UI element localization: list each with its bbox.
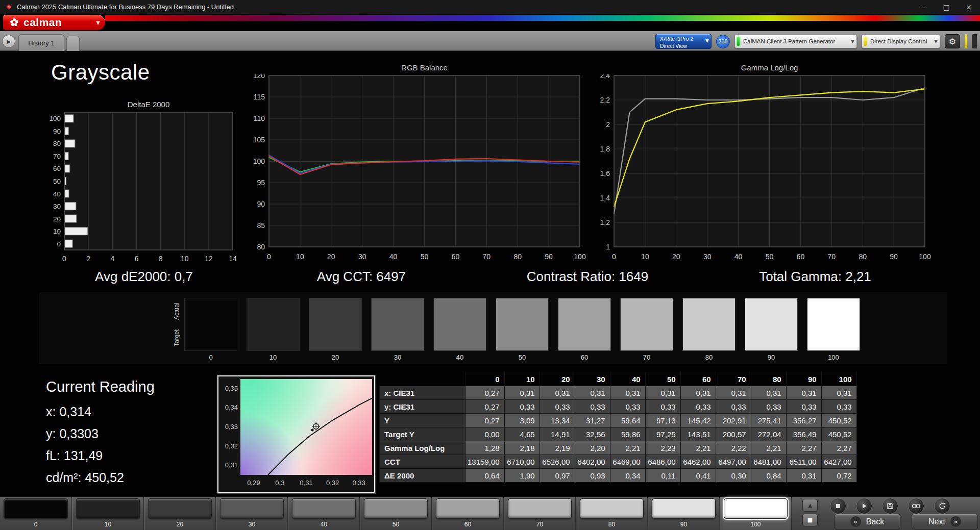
pattern-level-60[interactable]: 60 bbox=[432, 497, 504, 530]
table-cell: 31,27 bbox=[575, 414, 610, 427]
pattern-patch-100[interactable] bbox=[724, 498, 788, 519]
table-row: Gamma Log/Log1,282,182,192,202,212,232,2… bbox=[380, 441, 857, 455]
green-accent-bar bbox=[737, 37, 740, 46]
pattern-patch-30[interactable] bbox=[220, 498, 284, 519]
logo-bar: calman ▼ bbox=[0, 14, 980, 31]
table-cell: 2,22 bbox=[716, 441, 751, 455]
table-cell: 143,51 bbox=[680, 427, 716, 441]
table-cell: 59,86 bbox=[610, 427, 645, 441]
pattern-patch-10[interactable] bbox=[76, 498, 140, 519]
pattern-patch-0[interactable] bbox=[4, 498, 68, 519]
svg-text:2: 2 bbox=[86, 255, 90, 263]
table-cell: 0,41 bbox=[680, 469, 716, 483]
table-cell: 356,27 bbox=[786, 414, 821, 427]
pattern-patch-40[interactable] bbox=[292, 498, 356, 519]
play-button[interactable] bbox=[856, 498, 872, 514]
cie-y-tick-label: 0,33 bbox=[223, 423, 238, 431]
pattern-window-button[interactable]: ■ bbox=[802, 514, 818, 526]
table-cell: 0,31 bbox=[680, 386, 716, 400]
pattern-patch-20[interactable] bbox=[148, 498, 212, 519]
swatch-patch bbox=[184, 298, 237, 351]
back-button[interactable]: « Back bbox=[834, 514, 900, 529]
meter-count-badge[interactable]: 238 bbox=[716, 35, 730, 48]
yellow-accent-bar bbox=[864, 37, 867, 46]
calman-flower-icon bbox=[9, 17, 19, 28]
minimize-button[interactable]: – bbox=[913, 0, 935, 14]
table-cell: 0,27 bbox=[465, 414, 505, 427]
pattern-level-50[interactable]: 50 bbox=[360, 497, 432, 530]
target-axis-label: Target bbox=[173, 324, 183, 351]
table-col-header-0: 0 bbox=[465, 372, 505, 386]
svg-text:70: 70 bbox=[828, 253, 836, 261]
table-cell: 2,21 bbox=[751, 441, 786, 455]
pattern-patch-60[interactable] bbox=[436, 498, 500, 519]
stop-button[interactable] bbox=[830, 498, 846, 514]
save-button[interactable] bbox=[882, 498, 898, 514]
pattern-level-0[interactable]: 0 bbox=[0, 497, 72, 530]
pattern-level-90[interactable]: 90 bbox=[648, 497, 720, 530]
cie-plot bbox=[240, 379, 372, 475]
display-control-dropdown[interactable]: Direct Display Control ▼ bbox=[862, 34, 940, 48]
pattern-level-row: 0 10 20 30 40 50 60 bbox=[0, 497, 792, 530]
table-cell: 1,90 bbox=[504, 469, 540, 483]
table-row-label: Gamma Log/Log bbox=[380, 441, 465, 455]
pattern-patch-70[interactable] bbox=[508, 498, 572, 519]
new-tab-button[interactable] bbox=[66, 36, 80, 51]
pattern-level-30[interactable]: 30 bbox=[216, 497, 288, 530]
pattern-level-100[interactable]: 100 bbox=[720, 497, 792, 530]
refresh-button[interactable] bbox=[934, 498, 950, 514]
svg-text:100: 100 bbox=[574, 253, 586, 261]
maximize-button[interactable]: □ bbox=[935, 0, 958, 14]
svg-text:10: 10 bbox=[641, 253, 649, 261]
pattern-level-20[interactable]: 20 bbox=[144, 497, 216, 530]
table-cell: 6402,00 bbox=[575, 455, 610, 469]
back-chevron-icon: « bbox=[850, 516, 861, 527]
history-expander-button[interactable]: ▶ bbox=[2, 35, 15, 48]
pattern-level-10[interactable]: 10 bbox=[72, 497, 144, 530]
pattern-level-70[interactable]: 70 bbox=[504, 497, 576, 530]
continuous-measure-button[interactable] bbox=[908, 498, 924, 514]
pattern-level-label: 60 bbox=[432, 521, 503, 528]
pattern-level-80[interactable]: 80 bbox=[576, 497, 648, 530]
table-corner bbox=[380, 372, 465, 386]
chevron-down-icon: ▼ bbox=[934, 39, 938, 44]
pattern-level-label: 100 bbox=[720, 521, 791, 528]
tray-up-button[interactable]: ▲ bbox=[802, 499, 818, 512]
table-col-header-100: 100 bbox=[821, 372, 856, 386]
table-col-header-30: 30 bbox=[575, 372, 610, 386]
pattern-patch-50[interactable] bbox=[364, 498, 428, 519]
deltae-chart-plot: 024681012141009080706050403020100 bbox=[47, 111, 237, 266]
meter-select-dropdown[interactable]: X-Rite i1Pro 2 Direct View ▼ bbox=[655, 34, 712, 49]
svg-text:0: 0 bbox=[62, 255, 66, 263]
table-row: CCT13159,006710,006526,006402,006469,006… bbox=[380, 455, 857, 469]
settings-gear-button[interactable]: ⚙ bbox=[945, 34, 960, 48]
play-icon bbox=[861, 502, 868, 510]
close-button[interactable]: × bbox=[958, 0, 980, 14]
pattern-level-label: 50 bbox=[360, 521, 431, 528]
rgb-balance-chart-title: RGB Balance bbox=[269, 63, 580, 74]
table-row: x: CIE310,270,310,310,310,310,310,310,31… bbox=[380, 386, 857, 400]
swatch-level-label: 50 bbox=[496, 354, 549, 361]
pattern-generator-dropdown[interactable]: CalMAN Client 3 Pattern Generator ▼ bbox=[734, 34, 857, 48]
pattern-level-40[interactable]: 40 bbox=[288, 497, 360, 530]
rainbow-strip bbox=[105, 15, 980, 21]
table-cell: 6486,00 bbox=[645, 455, 680, 469]
title-bar: Calman 2025 Calman Ultimate for Business… bbox=[0, 0, 980, 14]
calman-menu-button[interactable]: calman ▼ bbox=[3, 15, 105, 30]
table-cell: 0,31 bbox=[751, 386, 786, 400]
table-cell: 0,31 bbox=[610, 386, 645, 400]
svg-text:20: 20 bbox=[53, 215, 61, 223]
svg-text:0: 0 bbox=[267, 253, 271, 261]
next-button[interactable]: Next » bbox=[912, 514, 978, 529]
stop-icon bbox=[835, 502, 842, 510]
pattern-patch-90[interactable] bbox=[652, 498, 716, 519]
pattern-patch-80[interactable] bbox=[580, 498, 644, 519]
save-icon bbox=[886, 502, 894, 510]
swatch-patch bbox=[247, 298, 300, 351]
svg-text:10: 10 bbox=[181, 255, 189, 263]
table-col-header-90: 90 bbox=[786, 372, 821, 386]
table-row-label: CCT bbox=[380, 455, 465, 469]
svg-text:80: 80 bbox=[513, 253, 522, 261]
table-col-header-60: 60 bbox=[680, 372, 716, 386]
tab-history-1[interactable]: History 1 bbox=[18, 34, 64, 51]
